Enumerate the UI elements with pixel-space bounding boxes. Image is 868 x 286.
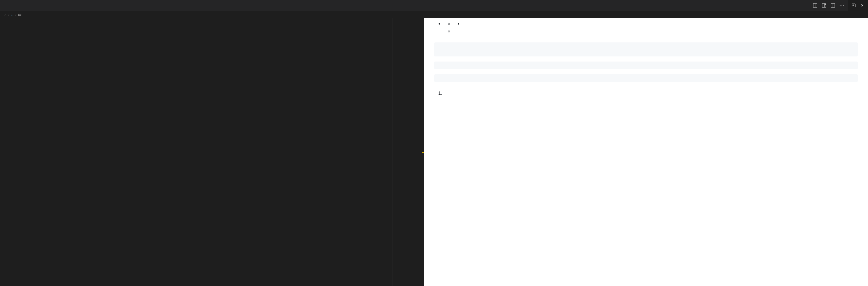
preview-pane[interactable]	[424, 18, 868, 286]
svg-point-4	[825, 4, 825, 5]
code-block	[434, 74, 858, 82]
chevron-right-icon: ›	[8, 12, 9, 17]
close-icon[interactable]: ×	[860, 3, 865, 8]
open-preview-side-icon[interactable]	[822, 3, 827, 8]
symbol-icon: ▭	[18, 12, 21, 17]
line-gutter	[0, 18, 13, 286]
chevron-right-icon: ›	[15, 12, 17, 17]
list-item	[444, 20, 858, 35]
open-changes-icon[interactable]	[812, 3, 818, 8]
breadcrumb: › › ↓ › ▭	[0, 11, 868, 18]
minimap-warning-marker	[422, 152, 424, 153]
code-block	[434, 42, 858, 57]
minimap[interactable]	[392, 18, 424, 286]
editor-pane[interactable]	[0, 18, 424, 286]
tab-preview[interactable]: ×	[848, 0, 868, 11]
tab-bar: ⋯ ×	[0, 0, 868, 11]
svg-point-8	[853, 4, 854, 6]
svg-line-9	[854, 5, 854, 6]
list-item	[463, 20, 858, 27]
editor-toolbar: ⋯	[809, 0, 848, 11]
split-editor-icon[interactable]	[830, 3, 836, 8]
more-actions-icon[interactable]: ⋯	[839, 3, 844, 8]
list-item	[444, 90, 858, 97]
list-item	[453, 28, 858, 35]
code-area[interactable]	[13, 18, 392, 286]
list-item	[453, 20, 858, 27]
chevron-right-icon: ›	[4, 12, 6, 17]
preview-icon	[851, 3, 856, 8]
markdown-icon: ↓	[11, 12, 13, 17]
code-block	[434, 62, 858, 69]
main-split	[0, 18, 868, 286]
